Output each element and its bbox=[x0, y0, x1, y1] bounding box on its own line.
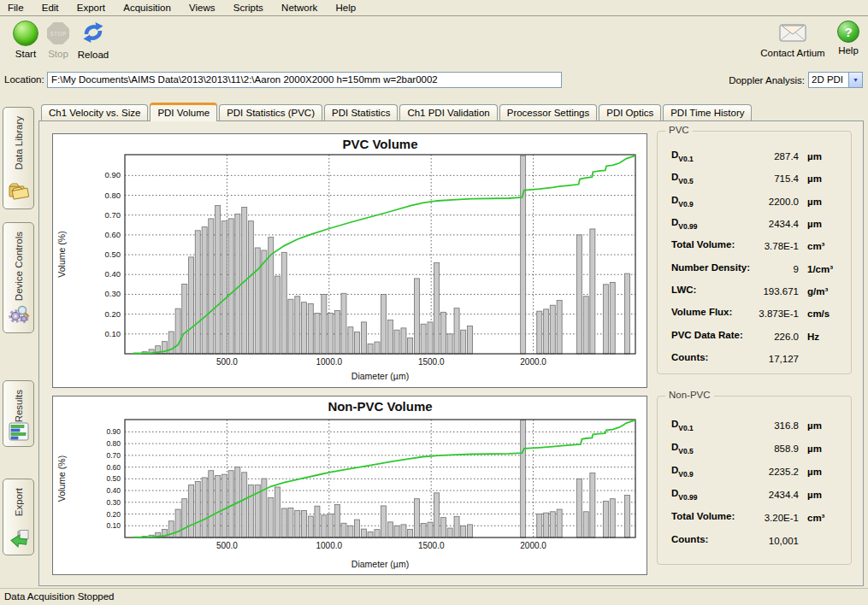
svg-text:0.10: 0.10 bbox=[105, 329, 121, 338]
sidebar-item-results[interactable]: Results bbox=[3, 380, 34, 447]
stop-label: Stop bbox=[48, 49, 68, 59]
stat-row-lwc: LWC: 193.671 g/m³ bbox=[658, 280, 851, 302]
nonpvc-stat-rows: DV0.1 316.8 µm DV0.5 858.9 µm DV0.9 2235… bbox=[658, 396, 851, 552]
main-area: Data Library Device Controls bbox=[0, 92, 868, 588]
start-button[interactable]: Start bbox=[7, 21, 44, 59]
menu-edit[interactable]: Edit bbox=[34, 0, 67, 15]
pvc-volume-chart-svg: PVC VolumeVolume (%)0.100.200.300.400.50… bbox=[53, 134, 647, 387]
sidebar-item-device-controls[interactable]: Device Controls bbox=[3, 222, 34, 333]
nonpvc-volume-chart-svg: Non-PVC VolumeVolume (%)0.100.200.300.40… bbox=[53, 396, 647, 574]
stat-row-pvc-data-rate: PVC Data Rate: 226.0 Hz bbox=[658, 325, 851, 347]
stat-row-dv01: DV0.1 287.4 µm bbox=[658, 145, 851, 167]
tab-page-pdi-volume: PVC VolumeVolume (%)0.100.200.300.400.50… bbox=[38, 120, 864, 586]
reload-label: Reload bbox=[78, 50, 109, 60]
location-row: Location: F:\My Documents\AIMS Data\2013… bbox=[0, 68, 868, 92]
svg-text:Diameter (µm): Diameter (µm) bbox=[351, 559, 409, 569]
svg-text:0.30: 0.30 bbox=[105, 289, 121, 298]
menu-scripts[interactable]: Scripts bbox=[226, 0, 271, 15]
pvc-volume-chart: PVC VolumeVolume (%)0.100.200.300.400.50… bbox=[52, 133, 647, 388]
pvc-stats-groupbox: PVC DV0.1 287.4 µm DV0.5 715.4 µm bbox=[657, 131, 852, 374]
tab-row: Ch1 Velocity vs. Size PDI Volume PDI Sta… bbox=[38, 99, 864, 120]
gear-search-icon bbox=[8, 303, 30, 327]
svg-text:0.60: 0.60 bbox=[105, 230, 121, 239]
tab-ch1-velocity-vs-size[interactable]: Ch1 Velocity vs. Size bbox=[41, 104, 148, 120]
doppler-analysis-select[interactable]: 2D PDI ▼ bbox=[808, 72, 863, 88]
help-button[interactable]: ? Help bbox=[832, 21, 865, 56]
menu-acquisition[interactable]: Acquisition bbox=[115, 0, 179, 15]
doppler-analysis-value: 2D PDI bbox=[809, 73, 848, 87]
help-label: Help bbox=[838, 45, 859, 56]
svg-text:500.0: 500.0 bbox=[216, 541, 238, 550]
nonpvc-stats-groupbox: Non-PVC DV0.1 316.8 µm DV0.5 858.9 µm bbox=[657, 396, 852, 565]
svg-text:0.40: 0.40 bbox=[105, 269, 121, 279]
menu-network[interactable]: Network bbox=[274, 0, 325, 15]
stat-row-dv05: DV0.5 715.4 µm bbox=[658, 167, 851, 190]
svg-text:0.20: 0.20 bbox=[106, 510, 121, 519]
stop-button[interactable]: STOP Stop bbox=[43, 22, 74, 59]
sidebar-item-label: Device Controls bbox=[14, 232, 24, 301]
tab-ch1-pdi-validation[interactable]: Ch1 PDI Validation bbox=[399, 104, 497, 120]
svg-text:0.30: 0.30 bbox=[106, 498, 121, 507]
svg-text:0.10: 0.10 bbox=[106, 521, 121, 530]
svg-text:0.70: 0.70 bbox=[106, 451, 121, 460]
bar-chart-icon bbox=[9, 422, 29, 443]
menu-help[interactable]: Help bbox=[328, 0, 363, 15]
svg-text:1000.0: 1000.0 bbox=[316, 541, 343, 550]
envelope-icon bbox=[777, 21, 808, 45]
svg-text:0.20: 0.20 bbox=[105, 309, 121, 319]
stat-row-dv09: DV0.9 2235.2 µm bbox=[658, 460, 851, 483]
chevron-down-icon[interactable]: ▼ bbox=[848, 73, 862, 87]
stat-row-total-volume: Total Volume: 3.78E-1 cm³ bbox=[658, 235, 851, 257]
tab-control: Ch1 Velocity vs. Size PDI Volume PDI Sta… bbox=[38, 99, 864, 586]
app-window: { "menu": { "items": ["File", "Edit", "E… bbox=[0, 0, 868, 605]
status-bar: Data Acquisition Stopped bbox=[0, 588, 868, 605]
svg-text:1500.0: 1500.0 bbox=[418, 357, 445, 367]
tab-pdi-statistics-pvc[interactable]: PDI Statistics (PVC) bbox=[219, 104, 322, 120]
svg-text:0.50: 0.50 bbox=[106, 474, 121, 483]
start-label: Start bbox=[15, 49, 36, 59]
location-input[interactable]: F:\My Documents\AIMS Data\2013\2013\11\2… bbox=[47, 72, 562, 88]
status-text: Data Acquisition Stopped bbox=[4, 591, 115, 602]
stat-row-dv09: DV0.9 2200.0 µm bbox=[658, 191, 851, 213]
svg-text:0.40: 0.40 bbox=[106, 486, 121, 495]
reload-button[interactable]: Reload bbox=[74, 20, 113, 60]
svg-text:1500.0: 1500.0 bbox=[418, 541, 445, 550]
folder-icon bbox=[8, 181, 30, 203]
sidebar-item-label: Data Library bbox=[14, 116, 24, 170]
tab-pdi-statistics[interactable]: PDI Statistics bbox=[324, 104, 398, 120]
menu-export[interactable]: Export bbox=[69, 0, 113, 15]
side-tab-strip: Data Library Device Controls bbox=[0, 92, 38, 588]
toolbar: Start STOP Stop Reload Contact Artium ? … bbox=[0, 16, 868, 68]
location-label: Location: bbox=[4, 74, 44, 85]
menu-bar: File Edit Export Acquisition Views Scrip… bbox=[0, 0, 868, 16]
svg-text:0.60: 0.60 bbox=[106, 463, 121, 472]
contact-artium-label: Contact Artium bbox=[760, 48, 824, 58]
sidebar-item-export[interactable]: Export bbox=[3, 479, 34, 555]
stop-icon: STOP bbox=[47, 22, 69, 44]
tab-pdi-volume[interactable]: PDI Volume bbox=[150, 103, 217, 121]
svg-text:2000.0: 2000.0 bbox=[520, 541, 546, 550]
stat-row-dv099: DV0.99 2434.4 µm bbox=[658, 213, 851, 235]
menu-file[interactable]: File bbox=[0, 0, 32, 15]
stats-panel: PVC DV0.1 287.4 µm DV0.5 715.4 µm bbox=[655, 121, 859, 585]
doppler-analysis-control: Doppler Analysis: 2D PDI ▼ bbox=[729, 72, 863, 88]
svg-text:0.50: 0.50 bbox=[105, 250, 121, 259]
sidebar-item-label: Results bbox=[14, 390, 24, 422]
nonpvc-volume-chart: Non-PVC VolumeVolume (%)0.100.200.300.40… bbox=[52, 396, 647, 575]
stat-row-dv01: DV0.1 316.8 µm bbox=[658, 414, 851, 437]
contact-artium-button[interactable]: Contact Artium bbox=[753, 21, 832, 58]
tab-pdi-optics[interactable]: PDI Optics bbox=[599, 104, 661, 120]
svg-text:0.90: 0.90 bbox=[106, 427, 121, 436]
tab-pdi-time-history[interactable]: PDI Time History bbox=[663, 104, 752, 120]
svg-text:0.80: 0.80 bbox=[105, 191, 121, 200]
svg-text:Diameter (µm): Diameter (µm) bbox=[351, 371, 409, 381]
svg-text:Non-PVC Volume: Non-PVC Volume bbox=[328, 399, 432, 414]
svg-text:0.70: 0.70 bbox=[105, 210, 121, 220]
stat-row-counts: Counts: 17,127 bbox=[658, 348, 851, 370]
sidebar-item-data-library[interactable]: Data Library bbox=[3, 107, 34, 209]
svg-text:0.90: 0.90 bbox=[105, 170, 121, 179]
stat-row-number-density: Number Density: 9 1/cm³ bbox=[658, 257, 851, 279]
menu-views[interactable]: Views bbox=[181, 0, 222, 15]
export-arrow-icon bbox=[9, 529, 29, 549]
tab-processor-settings[interactable]: Processor Settings bbox=[499, 104, 598, 120]
